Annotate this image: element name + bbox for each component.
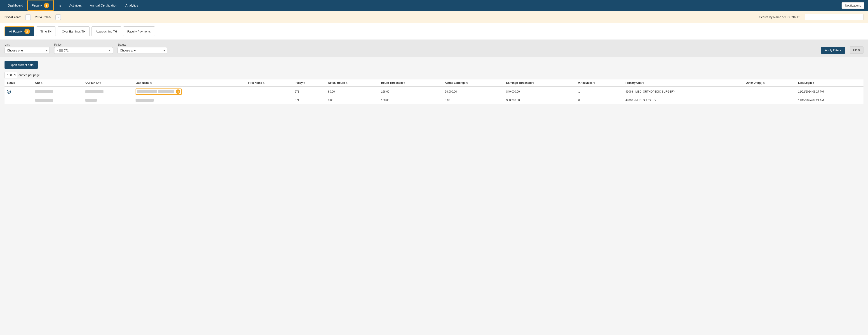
clear-filters-button[interactable]: Clear — [850, 46, 864, 54]
status-circle-icon: ⊙ — [7, 90, 11, 94]
row2-last-name — [133, 97, 246, 104]
lastlogin-sort-icon: ▼ — [812, 82, 815, 84]
policy-field[interactable]: × 671 ▼ — [54, 47, 113, 54]
nav-activities[interactable]: Activities — [65, 0, 86, 11]
firstname-blurred-in-lastname — [158, 90, 174, 93]
tab-all-faculty[interactable]: All Faculty 2 — [4, 26, 34, 36]
policy-field-inner: × 671 — [57, 49, 107, 52]
nav-faculty[interactable]: Faculty 1 — [27, 0, 54, 11]
ucpath-sort-icon: ⇅ — [99, 82, 101, 84]
fiscal-next-button[interactable]: › — [55, 14, 61, 20]
row1-earnings-threshold: $40,000.00 — [504, 87, 576, 97]
nav-ns[interactable]: ns — [54, 0, 65, 11]
nav-dashboard[interactable]: Dashboard — [4, 0, 27, 11]
fiscal-prev-button[interactable]: ‹ — [25, 14, 31, 20]
row1-last-name[interactable]: 3 — [133, 87, 246, 97]
actualearnings-sort-icon: ⇅ — [466, 82, 468, 84]
entries-row: 100 50 25 entries per page — [4, 72, 864, 78]
row2-first-name — [246, 97, 292, 104]
col-uid[interactable]: UID⇅ — [33, 79, 83, 87]
search-label: Search by Name or UCPath ID: — [759, 15, 800, 19]
tab-time-th[interactable]: Time TH — [36, 26, 56, 36]
row2-actual-hours: 0.00 — [326, 97, 379, 104]
col-policy[interactable]: Policy⇅ — [292, 79, 326, 87]
tab-over-earnings-th[interactable]: Over Earnings TH — [58, 26, 90, 36]
fiscal-year-label: Fiscal Year: — [4, 15, 21, 19]
col-primary-unit[interactable]: Primary Unit⇅ — [623, 79, 743, 87]
row1-policy: 671 — [292, 87, 326, 97]
tab-approaching-th[interactable]: Approaching TH — [92, 26, 121, 36]
row2-activities: 0 — [576, 97, 623, 104]
col-status: Status — [4, 79, 33, 87]
apply-filters-button[interactable]: Apply Filters — [821, 47, 845, 54]
ucpath-blurred — [85, 90, 103, 93]
status-label: Status: — [118, 43, 167, 46]
search-input[interactable] — [805, 14, 864, 20]
row1-other-units — [744, 87, 796, 97]
policy-filter-group: Policy: × 671 ▼ — [54, 43, 113, 54]
row2-hours-threshold: 168.00 — [379, 97, 442, 104]
otherunits-sort-icon: ⇅ — [763, 82, 765, 84]
col-actual-hours[interactable]: Actual Hours⇅ — [326, 79, 379, 87]
row2-primary-unit: 49060 - MED: SURGERY — [623, 97, 743, 104]
row2-status — [4, 97, 33, 104]
col-other-units[interactable]: Other Unit(s)⇅ — [744, 79, 796, 87]
fiscal-year-bar: Fiscal Year: ‹ 2024 - 2025 › Search by N… — [0, 11, 868, 23]
firstname-sort-icon: ⇅ — [263, 82, 265, 84]
nav-annual-certification[interactable]: Annual Certification — [86, 0, 121, 11]
status-select[interactable]: Choose any — [118, 47, 167, 54]
col-ucpath-id[interactable]: UCPath ID⇅ — [83, 79, 133, 87]
activities-sort-icon: ⇅ — [593, 82, 595, 84]
last-name-highlighted: 3 — [135, 89, 182, 95]
ucpath2-blurred — [85, 99, 97, 102]
primaryunit-sort-icon: ⇅ — [642, 82, 644, 84]
row2-policy: 671 — [292, 97, 326, 104]
row2-uid — [33, 97, 83, 104]
row1-status: ⊙ — [4, 87, 33, 97]
lastname2-blurred — [135, 99, 154, 102]
row2-actual-earnings: 0.00 — [442, 97, 504, 104]
unit-label: Unit: — [4, 43, 50, 46]
row1-ucpath-id — [83, 87, 133, 97]
row1-hours-threshold: 168.00 — [379, 87, 442, 97]
row1-actual-hours: 80.00 — [326, 87, 379, 97]
notifications-button[interactable]: Notifications — [842, 2, 864, 9]
row1-last-login: 11/22/2024 03:27 PM — [796, 87, 864, 97]
policy-clear-icon[interactable]: × — [57, 49, 58, 52]
actualhours-sort-icon: ⇅ — [346, 82, 347, 84]
col-hours-threshold[interactable]: Hours Threshold⇅ — [379, 79, 442, 87]
row2-ucpath-id — [83, 97, 133, 104]
uid-sort-icon: ⇅ — [41, 82, 42, 84]
step-badge-2: 2 — [24, 29, 30, 34]
row2-last-login: 11/15/2024 09:21 AM — [796, 97, 864, 104]
unit-select[interactable]: Choose one — [4, 47, 50, 54]
table-header-row: Status UID⇅ UCPath ID⇅ Last Name⇅ First … — [4, 79, 864, 87]
export-button[interactable]: Export current data — [4, 61, 38, 69]
lastname-sort-icon: ⇅ — [150, 82, 152, 84]
policy-value-text: 671 — [64, 49, 69, 52]
entries-per-page-select[interactable]: 100 50 25 — [4, 72, 17, 78]
uid-blurred — [35, 90, 53, 93]
row1-actual-earnings: 54,000.00 — [442, 87, 504, 97]
col-activities[interactable]: # Activities⇅ — [576, 79, 623, 87]
unit-select-wrapper: Choose one — [4, 47, 50, 54]
col-last-login[interactable]: Last Login▼ — [796, 79, 864, 87]
filters-section: Unit: Choose one Policy: × 671 ▼ Status:… — [0, 39, 868, 57]
nav-analytics[interactable]: Analytics — [121, 0, 142, 11]
status-select-wrapper: Choose any — [118, 47, 167, 54]
col-earnings-threshold[interactable]: Earnings Threshold⇅ — [504, 79, 576, 87]
col-actual-earnings[interactable]: Actual Earnings⇅ — [442, 79, 504, 87]
tab-faculty-payments[interactable]: Faculty Payments — [123, 26, 155, 36]
entries-label: entries per page — [19, 73, 40, 77]
row2-other-units — [744, 97, 796, 104]
faculty-table: Status UID⇅ UCPath ID⇅ Last Name⇅ First … — [4, 79, 864, 104]
unit-filter-group: Unit: Choose one — [4, 43, 50, 54]
policy-label: Policy: — [54, 43, 113, 46]
step-badge-3: 3 — [176, 90, 180, 94]
hoursthreshold-sort-icon: ⇅ — [403, 82, 405, 84]
lastname-blurred — [137, 90, 157, 93]
col-first-name[interactable]: First Name⇅ — [246, 79, 292, 87]
policy-doc-icon — [59, 49, 63, 52]
col-last-name[interactable]: Last Name⇅ — [133, 79, 246, 87]
main-content: Export current data 100 50 25 entries pe… — [0, 57, 868, 107]
